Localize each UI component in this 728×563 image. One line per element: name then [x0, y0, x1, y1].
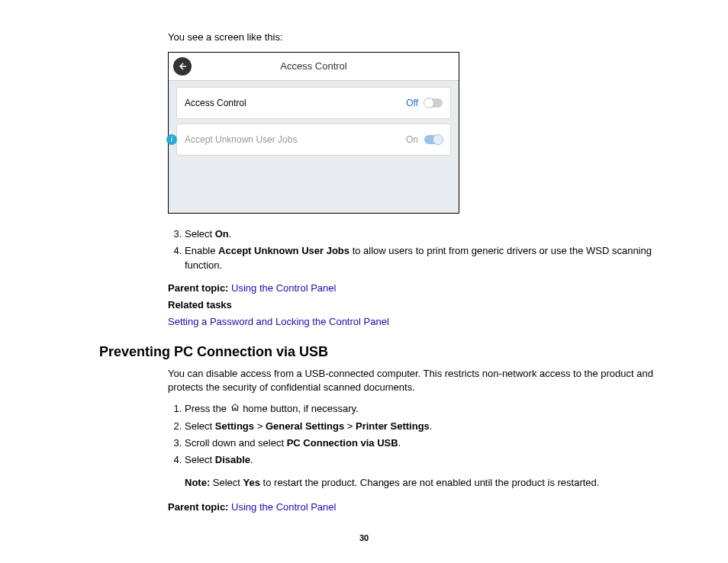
- steps-list-b: Press the home button, if necessary. Sel…: [168, 402, 667, 467]
- row-label: Access Control: [185, 98, 406, 109]
- screenshot-title: Access Control: [169, 60, 459, 73]
- parent-topic-line: Parent topic: Using the Control Panel: [168, 282, 667, 295]
- row-value: On: [406, 134, 418, 146]
- related-tasks-label: Related tasks: [168, 298, 667, 312]
- steps-list-a: Select On. Enable Accept Unknown User Jo…: [168, 227, 667, 272]
- parent-topic-line-2: Parent topic: Using the Control Panel: [168, 500, 667, 514]
- step-3: Select On.: [185, 227, 667, 241]
- screenshot-body: Access Control Off i Accept Unknown User…: [169, 81, 459, 213]
- parent-topic-link[interactable]: Using the Control Panel: [231, 282, 336, 294]
- info-icon: i: [166, 134, 177, 145]
- section-heading: Preventing PC Connection via USB: [99, 343, 682, 362]
- toggle-on-icon: [424, 135, 443, 144]
- related-tasks-link[interactable]: Setting a Password and Locking the Contr…: [168, 316, 389, 327]
- step-4: Enable Accept Unknown User Jobs to allow…: [185, 244, 667, 272]
- toggle-off-icon[interactable]: [424, 98, 443, 108]
- step-b2: Select Settings > General Settings > Pri…: [185, 420, 667, 433]
- step-b1: Press the home button, if necessary.: [185, 402, 667, 417]
- parent-topic-link-2[interactable]: Using the Control Panel: [231, 501, 336, 513]
- row-label: Accept Unknown User Jobs: [185, 134, 406, 146]
- page-number: 30: [46, 532, 682, 544]
- note-block: Note: Select Yes to restart the product.…: [185, 476, 667, 490]
- embedded-screenshot: Access Control Access Control Off i Acce…: [168, 52, 459, 214]
- row-access-control[interactable]: Access Control Off: [176, 87, 451, 119]
- screenshot-header: Access Control: [169, 53, 459, 81]
- row-accept-unknown: i Accept Unknown User Jobs On: [176, 124, 451, 156]
- step-b3: Scroll down and select PC Connection via…: [185, 436, 667, 450]
- intro-text: You see a screen like this:: [168, 31, 667, 44]
- step-b4: Select Disable.: [185, 453, 667, 467]
- section-intro: You can disable access from a USB-connec…: [168, 367, 667, 394]
- row-value: Off: [406, 97, 418, 110]
- home-icon: [230, 402, 240, 416]
